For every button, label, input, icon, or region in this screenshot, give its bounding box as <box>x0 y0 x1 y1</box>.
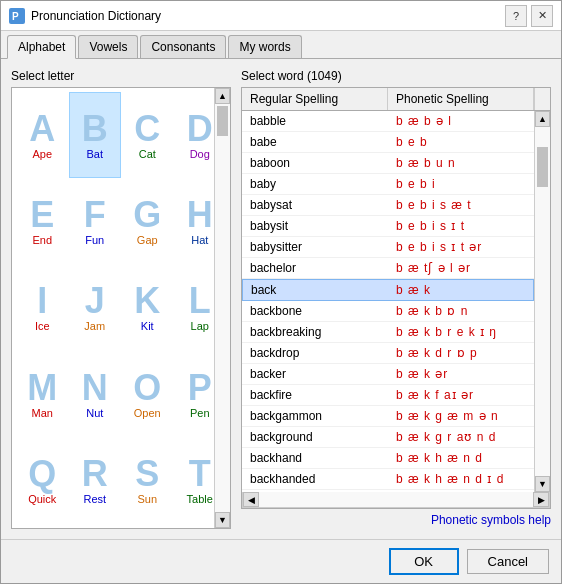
letter-cell-f[interactable]: F Fun <box>69 178 122 264</box>
scroll-down-arrow[interactable]: ▼ <box>215 512 230 528</box>
letter-cell-b[interactable]: B Bat <box>69 92 122 178</box>
help-button[interactable]: ? <box>505 5 527 27</box>
letter-cell-g[interactable]: G Gap <box>121 178 174 264</box>
big-letter-l: L <box>189 283 211 319</box>
letter-grid: A Ape B Bat C Cat D Dog E End F Fun G Ga… <box>12 88 230 528</box>
table-row[interactable]: backgammon b æ k g æ m ə n <box>242 406 534 427</box>
regular-cell: back <box>243 280 388 300</box>
regular-cell: baby <box>242 174 388 194</box>
table-row[interactable]: babysat b e b i s æ t <box>242 195 534 216</box>
close-button[interactable]: ✕ <box>531 5 553 27</box>
big-letter-m: M <box>27 370 57 406</box>
regular-cell: baboon <box>242 153 388 173</box>
letter-cell-s[interactable]: S Sun <box>121 438 174 524</box>
app-icon: P <box>9 8 25 24</box>
table-scroll-down[interactable]: ▼ <box>535 476 550 492</box>
content-area: Select letter A Ape B Bat C Cat D Dog E … <box>1 59 561 539</box>
regular-cell: backbone <box>242 301 388 321</box>
table-scroll-track <box>535 127 550 476</box>
word-label-d: Dog <box>190 148 210 160</box>
phonetic-help-link[interactable]: Phonetic symbols help <box>241 509 551 529</box>
scroll-track <box>215 104 230 512</box>
phonetic-cell: b æ tʃ ə l ər <box>388 258 534 278</box>
scroll-up-arrow[interactable]: ▲ <box>215 88 230 104</box>
letter-cell-e[interactable]: E End <box>16 178 69 264</box>
regular-cell: backbreaking <box>242 322 388 342</box>
word-label-b: Bat <box>86 148 103 160</box>
big-letter-o: O <box>133 370 161 406</box>
ok-button[interactable]: OK <box>389 548 459 575</box>
table-scrollbar[interactable]: ▲ ▼ <box>534 111 550 492</box>
title-bar: P Pronunciation Dictionary ? ✕ <box>1 1 561 31</box>
word-label-o: Open <box>134 407 161 419</box>
footer: OK Cancel <box>1 539 561 583</box>
big-letter-k: K <box>134 283 160 319</box>
big-letter-q: Q <box>28 456 56 492</box>
letter-cell-c[interactable]: C Cat <box>121 92 174 178</box>
regular-cell: backfire <box>242 385 388 405</box>
select-word-label: Select word (1049) <box>241 69 551 83</box>
word-label-c: Cat <box>139 148 156 160</box>
right-panel: Select word (1049) Regular Spelling Phon… <box>241 69 551 529</box>
regular-cell: bachelor <box>242 258 388 278</box>
table-row[interactable]: babysitter b e b i s ɪ t ər <box>242 237 534 258</box>
horizontal-scrollbar[interactable]: ◀ ▶ <box>242 492 550 508</box>
letter-cell-r[interactable]: R Rest <box>69 438 122 524</box>
big-letter-i: I <box>37 283 47 319</box>
regular-cell: babysit <box>242 216 388 236</box>
table-row[interactable]: back b æ k <box>242 279 534 301</box>
header-regular: Regular Spelling <box>242 88 388 110</box>
letter-cell-q[interactable]: Q Quick <box>16 438 69 524</box>
header-phonetic: Phonetic Spelling <box>388 88 534 110</box>
table-row[interactable]: backhanded b æ k h æ n d ɪ d <box>242 469 534 490</box>
tab-consonants[interactable]: Consonants <box>140 35 226 58</box>
table-scroll-up[interactable]: ▲ <box>535 111 550 127</box>
letter-cell-j[interactable]: J Jam <box>69 265 122 351</box>
word-label-q: Quick <box>28 493 56 505</box>
letter-scrollbar[interactable]: ▲ ▼ <box>214 88 230 528</box>
table-row[interactable]: backfire b æ k f aɪ ər <box>242 385 534 406</box>
table-scroll-thumb[interactable] <box>537 147 548 187</box>
left-panel: Select letter A Ape B Bat C Cat D Dog E … <box>11 69 231 529</box>
phonetic-cell: b æ k h æ n d <box>388 448 534 468</box>
tab-vowels[interactable]: Vowels <box>78 35 138 58</box>
table-row[interactable]: backhand b æ k h æ n d <box>242 448 534 469</box>
table-row[interactable]: backbone b æ k b ɒ n <box>242 301 534 322</box>
big-letter-p: P <box>188 370 212 406</box>
h-scroll-track <box>259 492 533 507</box>
big-letter-f: F <box>84 197 106 233</box>
table-row[interactable]: babysit b e b i s ɪ t <box>242 216 534 237</box>
tab-alphabet[interactable]: Alphabet <box>7 35 76 59</box>
big-letter-d: D <box>187 111 213 147</box>
letter-cell-k[interactable]: K Kit <box>121 265 174 351</box>
letter-cell-m[interactable]: M Man <box>16 351 69 437</box>
letter-cell-o[interactable]: O Open <box>121 351 174 437</box>
h-scroll-right[interactable]: ▶ <box>533 492 549 507</box>
table-row[interactable]: babble b æ b ə l <box>242 111 534 132</box>
regular-cell: backer <box>242 364 388 384</box>
big-letter-e: E <box>30 197 54 233</box>
big-letter-h: H <box>187 197 213 233</box>
table-row[interactable]: backbreaking b æ k b r e k ɪ ŋ <box>242 322 534 343</box>
table-row[interactable]: baby b e b i <box>242 174 534 195</box>
letter-cell-n[interactable]: N Nut <box>69 351 122 437</box>
table-row[interactable]: babe b e b <box>242 132 534 153</box>
table-row[interactable]: backer b æ k ər <box>242 364 534 385</box>
letter-cell-a[interactable]: A Ape <box>16 92 69 178</box>
table-row[interactable]: baboon b æ b u n <box>242 153 534 174</box>
cancel-button[interactable]: Cancel <box>467 549 549 574</box>
phonetic-cell: b æ k <box>388 280 533 300</box>
h-scroll-left[interactable]: ◀ <box>243 492 259 507</box>
word-label-t: Table <box>187 493 213 505</box>
title-bar-left: P Pronunciation Dictionary <box>9 8 161 24</box>
table-row[interactable]: bachelor b æ tʃ ə l ər <box>242 258 534 279</box>
letter-cell-i[interactable]: I Ice <box>16 265 69 351</box>
tab-mywords[interactable]: My words <box>228 35 301 58</box>
table-row[interactable]: background b æ k g r aʊ n d <box>242 427 534 448</box>
word-label-i: Ice <box>35 320 50 332</box>
word-label-r: Rest <box>83 493 106 505</box>
word-label-m: Man <box>32 407 53 419</box>
table-row[interactable]: backdrop b æ k d r ɒ p <box>242 343 534 364</box>
tab-bar: Alphabet Vowels Consonants My words <box>1 31 561 59</box>
scroll-thumb[interactable] <box>217 106 228 136</box>
